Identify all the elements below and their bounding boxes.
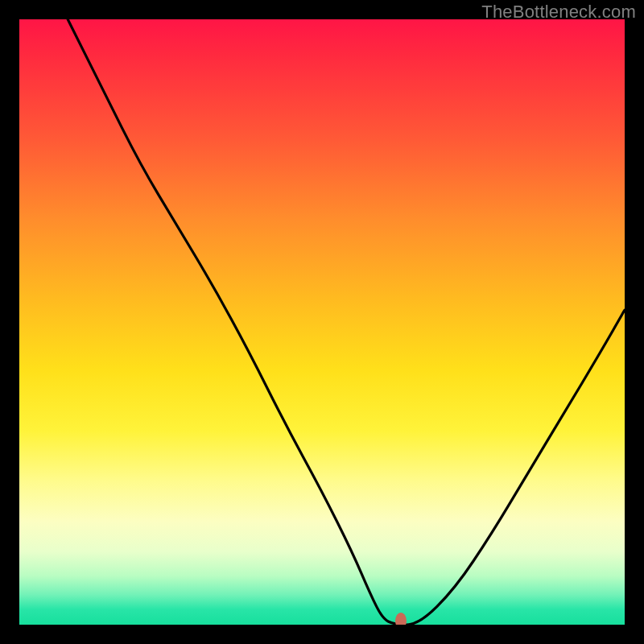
bottleneck-curve xyxy=(19,19,625,625)
chart-frame: TheBottleneck.com xyxy=(0,0,644,644)
plot-area xyxy=(19,19,625,625)
optimum-marker xyxy=(395,613,407,625)
watermark-text: TheBottleneck.com xyxy=(481,2,636,23)
